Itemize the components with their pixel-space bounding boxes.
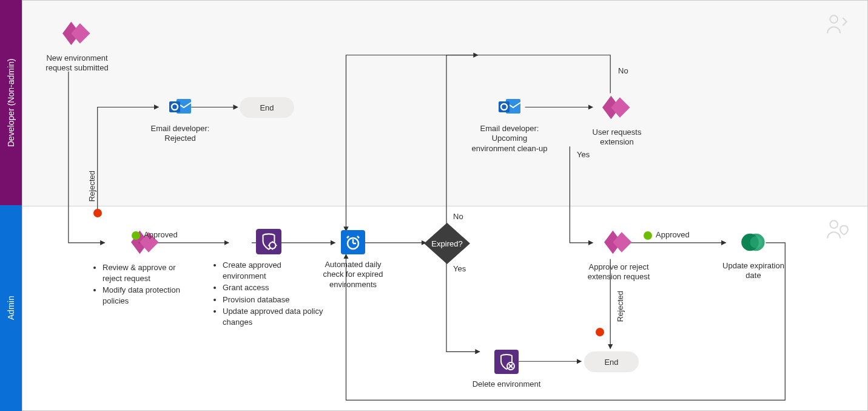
review-bullet-1: Review & approve or reject request	[103, 262, 197, 284]
edge-expired-yes: Yes	[453, 264, 466, 273]
swimlane-headers: Developer (Non-admin) Admin	[0, 0, 22, 411]
create-env-b3: Provision database	[223, 294, 323, 305]
lane-header-admin: Admin	[0, 205, 22, 411]
svg-rect-5	[256, 229, 281, 254]
shield-gear-icon	[214, 229, 323, 256]
create-env-b2: Grant access	[223, 282, 323, 293]
review-bullet-2: Modify data protection policies	[103, 285, 197, 306]
dot-rejected-1	[93, 209, 102, 217]
node-user-ext: User requests extension	[580, 93, 653, 148]
label-email-cleanup: Email developer: Upcoming environment cl…	[470, 124, 549, 154]
label-user-ext: User requests extension	[580, 127, 653, 148]
lane-separator	[22, 206, 867, 206]
edge-expired-no: No	[453, 212, 463, 221]
label-delete-env: Delete environment	[464, 379, 549, 389]
svg-rect-3	[169, 101, 180, 112]
node-expired-decision: Expired?	[423, 222, 471, 267]
svg-rect-21	[494, 350, 519, 374]
svg-point-0	[830, 15, 838, 23]
node-daily-check: Automated daily check for expired enviro…	[314, 230, 392, 290]
node-end-1: End	[240, 97, 294, 118]
outlook-icon	[470, 94, 549, 120]
dataverse-icon	[720, 229, 787, 257]
create-env-b1: Create approved environment	[223, 260, 323, 281]
clock-icon	[314, 230, 392, 256]
dot-approved-1	[132, 231, 140, 240]
diagram-canvas: New environment request submitted Email …	[22, 0, 868, 411]
shield-delete-icon	[464, 350, 549, 376]
svg-point-1	[830, 220, 838, 228]
node-delete-env: Delete environment	[464, 350, 549, 389]
label-daily-check: Automated daily check for expired enviro…	[314, 260, 392, 290]
create-env-b4: Update approved data policy changes	[223, 306, 323, 327]
label-email-rejected: Email developer: Rejected	[144, 124, 217, 144]
edge-rejected-2: Rejected	[616, 291, 625, 322]
label-update-exp: Update expiration date	[720, 261, 787, 281]
edge-userext-no: No	[618, 66, 628, 75]
powerapps-icon	[41, 19, 113, 50]
powerapps-icon	[580, 93, 653, 124]
create-env-bullets: Create approved environment Grant access…	[214, 260, 323, 327]
review-bullets: Review & approve or reject request Modif…	[94, 262, 197, 306]
edge-approved-2: Approved	[656, 230, 690, 239]
label-new-request: New environment request submitted	[41, 53, 113, 73]
node-email-cleanup: Email developer: Upcoming environment cl…	[470, 94, 549, 154]
node-create-env: Create approved environment Grant access…	[214, 229, 323, 328]
svg-rect-17	[499, 101, 510, 112]
edge-userext-yes: Yes	[577, 150, 590, 159]
outlook-icon	[144, 94, 217, 120]
node-email-rejected: Email developer: Rejected	[144, 94, 217, 144]
lane-header-developer: Developer (Non-admin)	[0, 0, 22, 205]
lane-icon-developer	[825, 12, 850, 39]
lane-icon-admin	[825, 217, 850, 244]
dot-approved-2	[644, 231, 652, 240]
edge-rejected-1: Rejected	[87, 171, 96, 202]
dot-rejected-2	[596, 328, 604, 336]
node-end-2: End	[584, 352, 639, 372]
edge-approved-1: Approved	[144, 230, 178, 239]
node-review: Review & approve or reject request Modif…	[94, 228, 197, 307]
label-approve-ext: Approve or reject extension request	[579, 262, 658, 282]
label-expired: Expired?	[431, 239, 462, 248]
node-new-request: New environment request submitted	[41, 19, 113, 73]
node-update-exp: Update expiration date	[720, 229, 787, 281]
svg-point-6	[269, 242, 276, 249]
